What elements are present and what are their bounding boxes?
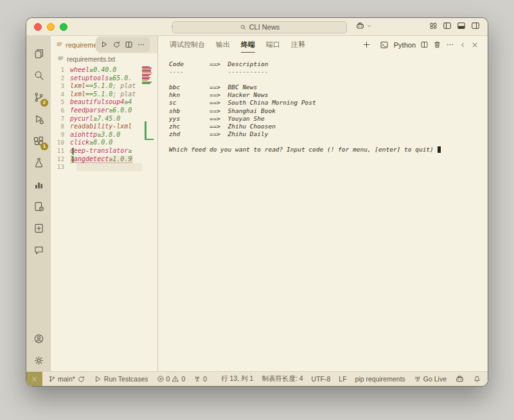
minimap[interactable] bbox=[142, 66, 155, 84]
account-icon bbox=[33, 333, 44, 344]
close-panel-button[interactable] bbox=[471, 41, 479, 49]
activity-testing[interactable] bbox=[29, 152, 48, 173]
badge-extensions: 1 bbox=[40, 143, 48, 150]
status-notifications[interactable] bbox=[473, 375, 481, 383]
panel-actions: Python bbox=[362, 40, 479, 49]
panel-tab-3[interactable]: 端口 bbox=[266, 37, 280, 53]
status-tab-size[interactable]: 制表符长度: 4 bbox=[261, 374, 303, 383]
code-text bbox=[70, 163, 157, 171]
status-ports-label: 0 bbox=[203, 375, 207, 383]
status-encoding[interactable]: UTF-8 bbox=[312, 375, 331, 383]
panel-tab-2[interactable]: 终端 bbox=[241, 37, 255, 53]
command-center-search[interactable]: CLI News bbox=[172, 21, 347, 33]
kill-terminal-button[interactable] bbox=[433, 40, 441, 49]
line-number: 3 bbox=[51, 82, 70, 91]
status-problems-label: 0 bbox=[181, 375, 185, 383]
activity-account[interactable] bbox=[29, 328, 48, 349]
panel-tab-1[interactable]: 输出 bbox=[216, 37, 230, 53]
editor-content[interactable]: 1wheel≥0.40.02setuptools≥65.0.3lxml==5.1… bbox=[51, 64, 157, 371]
copilot-icon bbox=[355, 21, 365, 31]
tab-requirements-txt[interactable]: requirements... bbox=[51, 36, 98, 53]
split-editor-button[interactable] bbox=[125, 40, 133, 49]
code-line: 9aiohttp≥3.8.0 bbox=[51, 131, 157, 139]
minimize-window-button[interactable] bbox=[47, 23, 55, 31]
activity-project-settings[interactable] bbox=[29, 195, 48, 217]
branch-icon bbox=[48, 375, 56, 383]
status-eol[interactable]: LF bbox=[339, 375, 346, 383]
status-problems-label: 0 bbox=[166, 375, 170, 383]
activity-notes[interactable] bbox=[29, 217, 48, 239]
code-line: 8readability-lxml bbox=[51, 123, 157, 131]
editor-tab-bar: requirements... bbox=[51, 36, 157, 53]
code-line: 6feedparser≥6.0.0 bbox=[51, 107, 157, 115]
status-language-mode-label: pip requirements bbox=[355, 375, 405, 383]
warning-icon bbox=[172, 375, 179, 383]
editor-group: requirements... requirements.txt 1wheel≥… bbox=[51, 36, 158, 371]
copilot-icon bbox=[455, 374, 465, 384]
toggle-primary-sidebar-icon[interactable] bbox=[443, 21, 452, 30]
run-file-button[interactable] bbox=[100, 40, 109, 49]
close-window-button[interactable] bbox=[34, 23, 42, 31]
vscode-window: CLI News 21 requirements... requirements… bbox=[26, 17, 488, 387]
gear-icon bbox=[33, 355, 44, 366]
layout-controls bbox=[429, 21, 480, 30]
panel-chevron-button[interactable] bbox=[459, 41, 466, 49]
status-branch-label: main* bbox=[58, 375, 75, 383]
activity-extensions[interactable]: 1 bbox=[29, 130, 48, 152]
status-cursor-position[interactable]: 行 13, 列 1 bbox=[221, 374, 253, 383]
status-copilot[interactable] bbox=[455, 374, 465, 384]
green-bracket-decoration bbox=[145, 121, 154, 140]
status-go-live[interactable]: Go Live bbox=[414, 375, 447, 383]
status-tab-size-label: 制表符长度: 4 bbox=[261, 374, 303, 383]
activity-profiler[interactable] bbox=[29, 173, 48, 195]
panel-tab-4[interactable]: 注释 bbox=[291, 37, 305, 53]
breadcrumb[interactable]: requirements.txt bbox=[51, 53, 157, 64]
chart-bars-icon bbox=[33, 179, 44, 190]
customize-layout-icon[interactable] bbox=[429, 21, 438, 30]
activity-comments[interactable] bbox=[29, 239, 48, 261]
error-icon bbox=[157, 375, 164, 383]
activity-explorer[interactable] bbox=[29, 42, 48, 64]
new-terminal-button[interactable] bbox=[362, 40, 371, 49]
line-number: 10 bbox=[51, 139, 70, 147]
terminal[interactable]: Code ==> Description ---- ----------- bb… bbox=[158, 53, 488, 371]
status-run-testcases[interactable]: Run Testcases bbox=[94, 375, 148, 383]
rerun-button[interactable] bbox=[112, 40, 121, 49]
editor-actions bbox=[96, 37, 150, 52]
code-line: 10click≥8.0.0 bbox=[51, 139, 157, 147]
status-eol-label: LF bbox=[339, 375, 346, 383]
activity-source-control[interactable]: 2 bbox=[29, 86, 48, 108]
toggle-panel-icon[interactable] bbox=[457, 21, 466, 30]
activity-run-and-debug[interactable] bbox=[29, 108, 48, 130]
copilot-menu[interactable] bbox=[355, 21, 372, 31]
code-line: 11deep-translator≥ bbox=[51, 147, 157, 155]
status-branch[interactable]: main* bbox=[48, 375, 85, 383]
remote-x-icon bbox=[31, 376, 38, 383]
magnifier-icon bbox=[240, 24, 247, 31]
status-language-mode[interactable]: pip requirements bbox=[355, 375, 405, 383]
beaker-icon bbox=[33, 157, 44, 168]
line-number: 2 bbox=[51, 74, 70, 83]
code-line: 4lxml==5.1.0; plat bbox=[51, 91, 157, 99]
tower-icon bbox=[193, 375, 201, 383]
panel-more-actions-button[interactable] bbox=[446, 40, 454, 49]
split-terminal-button[interactable] bbox=[420, 40, 429, 49]
files-icon bbox=[33, 48, 44, 59]
code-line: 13 bbox=[51, 163, 157, 171]
status-encoding-label: UTF-8 bbox=[312, 375, 331, 383]
toggle-secondary-sidebar-icon[interactable] bbox=[471, 21, 480, 30]
activity-settings[interactable] bbox=[29, 349, 48, 371]
code-text: lxml==5.1.0; plat bbox=[70, 91, 157, 99]
status-ports[interactable]: 0 bbox=[193, 375, 207, 383]
remote-indicator[interactable] bbox=[26, 372, 42, 386]
activity-search[interactable] bbox=[29, 64, 48, 86]
status-problems[interactable]: 00 bbox=[157, 375, 186, 383]
status-run-testcases-label: Run Testcases bbox=[104, 375, 148, 383]
status-cursor-position-label: 行 13, 列 1 bbox=[221, 374, 253, 383]
more-actions-button[interactable] bbox=[137, 40, 145, 49]
terminal-shell-icon[interactable] bbox=[380, 40, 389, 49]
panel-tab-0[interactable]: 调试控制台 bbox=[170, 37, 205, 53]
code-line: 5beautifulsoup4≥4 bbox=[51, 98, 157, 107]
zoom-window-button[interactable] bbox=[60, 23, 67, 31]
chevron-down-icon bbox=[366, 23, 372, 29]
